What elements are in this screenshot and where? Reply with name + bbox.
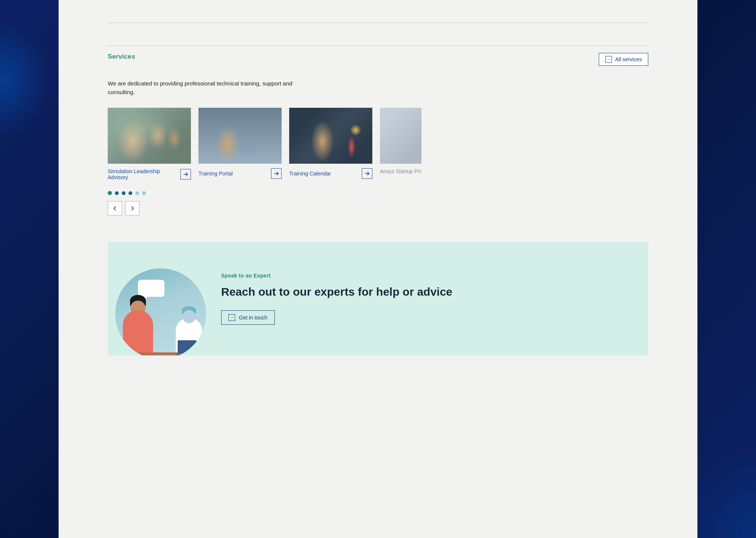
person1-body xyxy=(123,310,153,355)
services-section: Services → All services We are dedicated… xyxy=(59,23,697,231)
card-image-4 xyxy=(380,108,421,164)
dot-6[interactable] xyxy=(142,191,146,195)
all-services-arrow-icon: → xyxy=(605,56,612,63)
main-content: Services → All services We are dedicated… xyxy=(59,0,697,538)
expert-label: Speak to an Expert xyxy=(221,273,626,279)
services-description: We are dedicated to providing profession… xyxy=(108,79,297,96)
card-arrow-btn-3[interactable] xyxy=(362,168,372,179)
circle-inner xyxy=(115,268,206,355)
card-photo-1 xyxy=(108,108,191,164)
get-in-touch-button[interactable]: → Get in touch xyxy=(221,310,275,325)
arrow-right-icon-1 xyxy=(183,172,188,177)
card-title-row-1: Simulation Leadership Advisory xyxy=(108,168,191,180)
bg-accent-left xyxy=(0,23,49,136)
card-photo-4 xyxy=(380,108,421,164)
card-image-2 xyxy=(198,108,282,164)
get-in-touch-label: Get in touch xyxy=(239,315,268,321)
all-services-label: All services xyxy=(615,56,642,62)
dot-4[interactable] xyxy=(129,191,132,195)
person2-head xyxy=(183,310,196,323)
nav-arrows xyxy=(108,201,648,216)
card-title-2: Training Portal xyxy=(198,171,233,177)
card-title-row-3: Training Calendar xyxy=(289,168,372,179)
arrow-right-icon-3 xyxy=(364,171,370,176)
expert-illustration xyxy=(108,242,206,355)
person1 xyxy=(123,310,153,355)
dot-2[interactable] xyxy=(115,191,119,195)
all-services-button[interactable]: → All services xyxy=(599,53,648,66)
dot-1[interactable] xyxy=(108,191,112,195)
chevron-right-icon xyxy=(129,205,135,211)
card-image-1 xyxy=(108,108,191,164)
prev-button[interactable] xyxy=(108,201,122,216)
laptop xyxy=(178,340,197,353)
card-photo-2 xyxy=(198,108,282,164)
arrow-right-icon-2 xyxy=(274,171,279,176)
get-in-touch-icon: → xyxy=(228,314,235,321)
card-title-3: Training Calendar xyxy=(289,171,331,177)
card-image-3 xyxy=(289,108,372,164)
dot-3[interactable] xyxy=(122,191,125,195)
services-header: Services → All services xyxy=(108,46,648,73)
services-label: Services xyxy=(108,53,135,60)
chevron-left-icon xyxy=(112,205,118,211)
card-photo-3 xyxy=(289,108,372,164)
expert-content: Speak to an Expert Reach out to our expe… xyxy=(206,242,648,355)
service-card-3[interactable]: Training Calendar xyxy=(289,108,372,180)
card-arrow-btn-2[interactable] xyxy=(271,168,282,179)
expert-title: Reach out to our experts for help or adv… xyxy=(221,285,626,299)
dot-5[interactable] xyxy=(135,191,139,195)
card-title-1: Simulation Leadership Advisory xyxy=(108,168,177,180)
pagination-dots xyxy=(108,191,648,195)
cards-row: Simulation Leadership Advisory Training … xyxy=(108,108,648,180)
card-title-row-2: Training Portal xyxy=(198,168,282,179)
card-arrow-btn-1[interactable] xyxy=(180,169,191,180)
service-card-1[interactable]: Simulation Leadership Advisory xyxy=(108,108,191,180)
circle-illustration xyxy=(115,268,206,355)
next-button[interactable] xyxy=(125,201,139,216)
card-title-4: Ansys Startup Program xyxy=(380,168,421,174)
service-card-2[interactable]: Training Portal xyxy=(198,108,282,180)
service-card-4-partial[interactable]: Ansys Startup Program xyxy=(380,108,421,180)
expert-section: Speak to an Expert Reach out to our expe… xyxy=(108,242,648,355)
speech-bubble xyxy=(138,280,164,297)
